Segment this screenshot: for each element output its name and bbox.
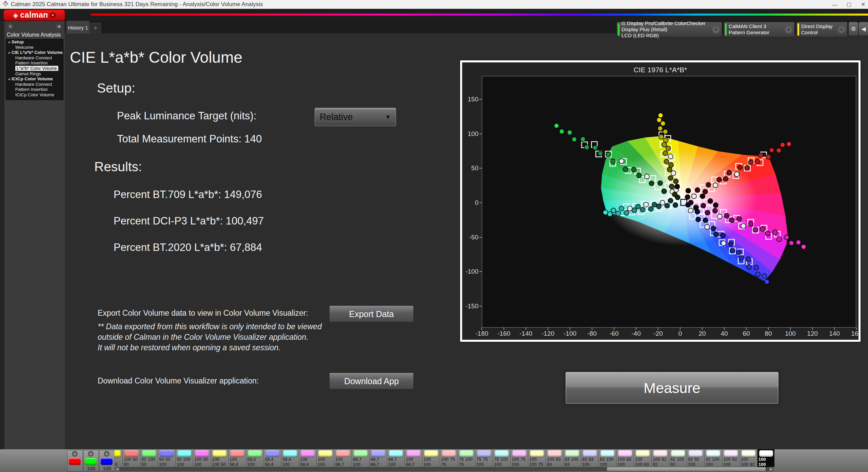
pattern-swatch[interactable]: 50 100 50 (140, 449, 158, 467)
pattern-swatch[interactable]: 100 50 100 (193, 449, 211, 467)
fixed-swatch[interactable]: ▲ (67, 450, 83, 472)
pattern-swatch-label: 66,7 100 100 (388, 457, 404, 467)
pattern-swatch[interactable]: 100 75 100 (511, 449, 528, 467)
pattern-swatch[interactable]: 92 100 100 (705, 449, 722, 467)
close-icon[interactable]: ✕ (861, 1, 865, 7)
pattern-swatch[interactable]: 75 75 100 (475, 449, 493, 467)
sidebar-item-l-a-b-color-volume[interactable]: L*a*b* Color Volume (6, 66, 63, 71)
sidebar-item-label: ICtCp Color Volume (15, 92, 54, 97)
pattern-swatch[interactable]: 100 66,7 100 (405, 449, 422, 467)
pattern-swatch-label: 100 58,4 58,4 (230, 457, 245, 467)
pattern-swatch[interactable]: 92 92 100 (687, 449, 705, 467)
pattern-swatch[interactable]: 83 100 100 (599, 449, 616, 467)
pattern-swatch[interactable]: 83 83 100 (581, 449, 599, 467)
pattern-swatch[interactable]: 50 50 100 (158, 449, 176, 467)
sidebar-item-hardware-connect[interactable]: Hardware Connect (6, 82, 63, 87)
pattern-swatch[interactable]: 100 75 75 (440, 449, 458, 467)
pattern-swatch[interactable]: 66,7 100 66,7 (352, 449, 370, 467)
maximize-icon[interactable]: ▢ (847, 1, 851, 7)
pattern-swatch-label: 100 100 58,4 (318, 457, 334, 467)
pattern-swatch-label: 58,4 100 100 (282, 457, 298, 467)
pattern-swatch[interactable]: 92 100 92 (669, 449, 687, 467)
pattern-swatch[interactable]: 100 100 50 (211, 449, 229, 467)
pattern-swatch[interactable]: 58,4 58,4 100 (264, 449, 281, 467)
sidebar-item-hardware-connect[interactable]: Hardware Connect (6, 55, 63, 61)
sidebar-item-label: L*a*b* Color Volume (15, 66, 58, 71)
sidebar-item-cie-l-a-b-color-volume[interactable]: ◢CIE L*a*b* Color Volume (6, 50, 63, 55)
pattern-swatch[interactable]: 83 100 83 (564, 449, 581, 467)
pattern-swatch[interactable]: 100 58,4 58,4 (229, 449, 246, 467)
pattern-swatch-label: 100 100 92 (741, 457, 757, 467)
export-data-button[interactable]: Export Data (329, 306, 414, 322)
sidebar-item-ictcp-color-volume[interactable]: ◢ICtCp Color Volume (6, 76, 63, 82)
download-app-button[interactable]: Download App (329, 373, 414, 389)
pattern-swatch[interactable]: 50 100 100 (176, 449, 193, 467)
pattern-swatch[interactable]: 100 100 75 (528, 449, 546, 467)
pattern-swatch[interactable]: 100 58,4 100 (299, 449, 317, 467)
pattern-swatch[interactable]: 75 100 100 (493, 449, 511, 467)
collapse-sidebar-button[interactable]: ◀ (56, 23, 62, 29)
pattern-swatch-label: 100 100 75 (529, 457, 545, 467)
pattern-scrollbar[interactable]: ◀ ▶ (115, 467, 774, 471)
pattern-bar: ▲ ▲ 100 ▲ 100 100 100 0 100 50 50 50 100… (0, 449, 868, 472)
pattern-swatch[interactable]: 75 100 75 (458, 449, 475, 467)
measure-button[interactable]: Measure (565, 372, 779, 404)
fixed-swatch[interactable]: ▲ 100 (99, 450, 115, 472)
gamut-svg (482, 76, 856, 327)
pattern-swatch[interactable]: 100 50 50 (123, 449, 140, 467)
display-control-dropdown[interactable]: Direct Display Control ▼ (796, 22, 848, 37)
peak-luminance-dropdown[interactable]: Relative ▼ (315, 108, 396, 126)
download-label: Download Color Volume Visualizer applica… (98, 376, 259, 386)
sidebar-item-welcome[interactable]: Welcome (6, 45, 63, 50)
swatch-up-icon[interactable]: ▲ (104, 451, 110, 457)
swatch-up-icon[interactable]: ▲ (72, 451, 78, 457)
pattern-swatch-label: 75 75 100 (476, 457, 492, 467)
pin-button[interactable]: ● (7, 23, 14, 29)
pattern-swatch[interactable]: 100 66,7 66,7 (334, 449, 352, 467)
pattern-swatch-label: 50 100 50 (141, 457, 157, 467)
tab-history-1[interactable]: History 1 (66, 21, 90, 34)
calman-menu-button[interactable]: ◈ calman ▼ (3, 9, 65, 21)
swatch-up-icon[interactable]: ▲ (88, 451, 94, 457)
pattern-swatch-label: 100 100 50 (212, 457, 228, 467)
sidebar-item-pattern-insertion[interactable]: Pattern Insertion (6, 60, 63, 66)
sidebar-item-gamut-rings[interactable]: Gamut Rings (6, 71, 63, 77)
collapse-panel-button[interactable]: ◀ (859, 22, 868, 36)
pattern-swatch[interactable]: 100 100 83 (634, 449, 652, 467)
scroll-right-icon[interactable]: ▶ (769, 467, 774, 471)
workflow-sidebar: ● ◀ Color Volume Analysis ◢SetupWelcome◢… (4, 21, 65, 449)
fixed-swatch[interactable]: ▲ 100 (83, 450, 99, 472)
pattern-swatch[interactable]: 100 100 0 (115, 449, 123, 467)
add-tab-button[interactable]: + (90, 23, 101, 34)
pattern-swatch[interactable]: 100 83 100 (616, 449, 634, 467)
sidebar-item-ictcp-color-volume[interactable]: ICtCp Color Volume (6, 92, 63, 98)
sidebar-item-label: ICtCp Color Volume (12, 76, 53, 81)
settings-button[interactable]: ⚙ (848, 22, 859, 36)
pattern-swatch[interactable]: 66,7 100 100 (387, 449, 405, 467)
minimize-icon[interactable]: — (832, 2, 837, 7)
pattern-swatch[interactable]: 66,7 66,7 100 (370, 449, 387, 467)
pattern-swatch[interactable]: 100 83 83 (546, 449, 564, 467)
peak-luminance-value: Relative (315, 112, 385, 122)
pattern-swatch[interactable]: 58,4 100 58,4 (246, 449, 264, 467)
pattern-swatch[interactable]: 58,4 100 100 (281, 449, 299, 467)
scrollbar-thumb[interactable] (607, 467, 766, 471)
tree-expander-icon[interactable]: ◢ (8, 76, 10, 82)
pattern-swatch[interactable]: 100 100 58,4 (317, 449, 334, 467)
spectrum-strip (91, 14, 868, 16)
meter-dropdown[interactable]: i1 Display Pro/Calibrite ColorChecker Di… (616, 22, 722, 37)
sidebar-item-pattern-insertion[interactable]: Pattern Insertion (6, 87, 63, 92)
display-status-indicator (797, 23, 799, 36)
tree-expander-icon[interactable]: ◢ (8, 39, 10, 45)
pattern-generator-dropdown[interactable]: CalMAN Client 3 Pattern Generator ▼ (724, 22, 795, 37)
pattern-swatch[interactable]: 100 100 66,7 (422, 449, 440, 467)
pattern-swatch[interactable]: 100 92 92 (652, 449, 669, 467)
scroll-left-icon[interactable]: ◀ (115, 467, 120, 471)
pattern-swatch[interactable]: 100 100 100 (757, 449, 774, 467)
pattern-swatch-label: 100 50 100 (194, 457, 210, 467)
pattern-swatch[interactable]: 100 100 92 (740, 449, 757, 467)
pattern-swatch[interactable]: 100 92 100 (722, 449, 740, 467)
pattern-swatch-label: 58,4 58,4 100 (265, 457, 281, 467)
tree-expander-icon[interactable]: ◢ (8, 50, 10, 55)
sidebar-item-setup[interactable]: ◢Setup (6, 39, 63, 45)
